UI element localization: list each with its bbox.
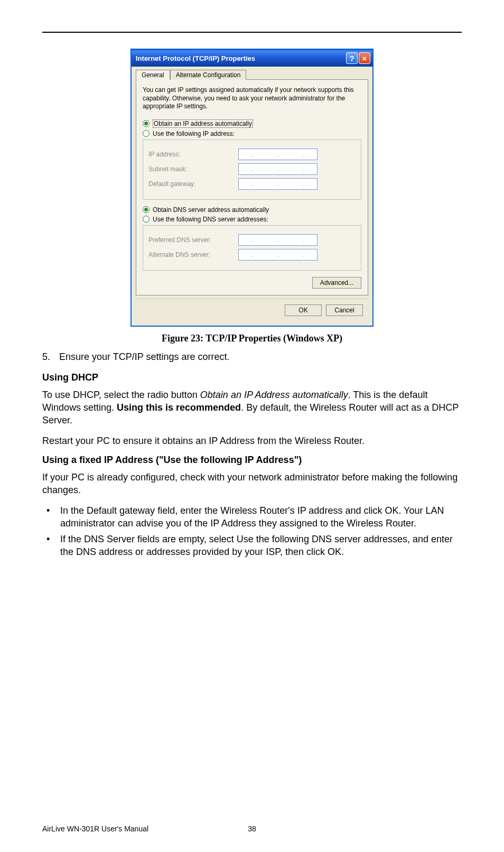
radio-label: Obtain DNS server address automatically bbox=[153, 206, 269, 214]
ip-fieldset: IP address: ... Subnet mask: ... Default… bbox=[143, 140, 361, 200]
input-subnet-mask[interactable]: ... bbox=[238, 163, 318, 175]
text-run: fields are empty, select bbox=[135, 534, 237, 544]
input-preferred-dns[interactable]: ... bbox=[238, 234, 318, 246]
text-italic: OK bbox=[328, 547, 341, 557]
text-run: In the bbox=[60, 505, 87, 516]
radio-icon bbox=[143, 206, 150, 213]
text-italic: Default gateway bbox=[87, 505, 155, 516]
heading-using-dhcp: Using DHCP bbox=[42, 372, 462, 383]
input-ip-address[interactable]: ... bbox=[238, 149, 318, 160]
heading-fixed-ip: Using a fixed IP Address ("Use the follo… bbox=[42, 455, 462, 466]
label-alternate-dns: Alternate DNS server: bbox=[148, 251, 238, 258]
input-default-gateway[interactable]: ... bbox=[238, 178, 318, 190]
input-alternate-dns[interactable]: ... bbox=[238, 249, 318, 261]
footer-page-number: 38 bbox=[236, 825, 268, 833]
text-run: If the bbox=[60, 534, 84, 544]
dialog-body: General Alternate Configuration You can … bbox=[132, 67, 372, 326]
figure-caption: Figure 23: TCP/IP Properties (Windows XP… bbox=[42, 333, 462, 344]
fixed-ip-bullets: In the Default gateway field, enter the … bbox=[42, 504, 462, 559]
list-item-body: If the DNS Server fields are empty, sele… bbox=[60, 533, 462, 559]
radio-icon bbox=[143, 216, 150, 223]
close-button[interactable]: × bbox=[359, 52, 370, 64]
radio-obtain-dns-auto[interactable]: Obtain DNS server address automatically bbox=[143, 206, 361, 214]
label-default-gateway: Default gateway: bbox=[148, 180, 238, 188]
tab-alternate-configuration[interactable]: Alternate Configuration bbox=[170, 70, 247, 80]
dhcp-restart-paragraph: Restart your PC to ensure it obtains an … bbox=[42, 434, 462, 447]
panel-description: You can get IP settings assigned automat… bbox=[143, 86, 361, 111]
text-run: To use DHCP, select the radio button bbox=[42, 390, 200, 400]
list-item-body: In the Default gateway field, enter the … bbox=[60, 504, 462, 530]
text-italic: DNS Server bbox=[84, 534, 135, 544]
advanced-button[interactable]: Advanced... bbox=[312, 277, 361, 289]
tab-general[interactable]: General bbox=[136, 70, 170, 80]
radio-icon bbox=[143, 120, 150, 127]
bullet-icon bbox=[42, 504, 60, 530]
label-preferred-dns: Preferred DNS server: bbox=[148, 236, 238, 244]
step-number: 5. bbox=[42, 351, 59, 363]
radio-use-following-ip[interactable]: Use the following IP address: bbox=[143, 130, 361, 137]
radio-use-following-dns[interactable]: Use the following DNS server addresses: bbox=[143, 216, 361, 223]
label-ip-address: IP address: bbox=[148, 151, 238, 158]
cancel-button[interactable]: Cancel bbox=[326, 304, 363, 316]
step-5: 5. Ensure your TCP/IP settings are corre… bbox=[42, 351, 462, 363]
dialog-title-bar: Internet Protocol (TCP/IP) Properties ? … bbox=[132, 50, 372, 67]
text-italic: Use the following DNS server addresses bbox=[237, 534, 407, 544]
radio-label: Use the following IP address: bbox=[153, 130, 235, 137]
text-run: . bbox=[341, 547, 344, 557]
dialog-title: Internet Protocol (TCP/IP) Properties bbox=[136, 54, 345, 62]
fixed-intro-paragraph: If your PC is already configured, check … bbox=[42, 471, 462, 497]
bullet-icon bbox=[42, 533, 60, 559]
footer-manual-name: AirLive WN-301R User's Manual bbox=[42, 825, 236, 833]
list-item: In the Default gateway field, enter the … bbox=[42, 504, 462, 530]
page-footer: AirLive WN-301R User's Manual 38 bbox=[42, 825, 462, 833]
dialog-footer: OK Cancel bbox=[136, 299, 368, 321]
text-run: field, enter the Wireless Router's IP ad… bbox=[155, 505, 385, 516]
radio-icon bbox=[143, 130, 150, 137]
list-item: If the DNS Server fields are empty, sele… bbox=[42, 533, 462, 559]
general-panel: You can get IP settings assigned automat… bbox=[136, 79, 368, 295]
radio-obtain-ip-auto[interactable]: Obtain an IP address automatically bbox=[143, 119, 361, 128]
radio-label: Obtain an IP address automatically bbox=[153, 119, 253, 128]
screenshot-wrap: Internet Protocol (TCP/IP) Properties ? … bbox=[42, 49, 462, 327]
help-button[interactable]: ? bbox=[346, 52, 358, 64]
tab-strip: General Alternate Configuration bbox=[136, 70, 368, 80]
document-page: Internet Protocol (TCP/IP) Properties ? … bbox=[0, 0, 504, 852]
label-subnet-mask: Subnet mask: bbox=[148, 165, 238, 173]
radio-label: Use the following DNS server addresses: bbox=[153, 216, 268, 223]
text-italic: Obtain an IP Address automatically bbox=[200, 390, 348, 400]
text-bold: Using this is recommended bbox=[117, 402, 241, 413]
ok-button[interactable]: OK bbox=[285, 304, 322, 316]
tcpip-properties-dialog: Internet Protocol (TCP/IP) Properties ? … bbox=[130, 49, 374, 327]
dhcp-paragraph: To use DHCP, select the radio button Obt… bbox=[42, 388, 462, 427]
step-text: Ensure your TCP/IP settings are correct. bbox=[59, 351, 229, 363]
text-italic: OK bbox=[385, 505, 398, 516]
header-rule bbox=[42, 32, 462, 33]
dns-fieldset: Preferred DNS server: ... Alternate DNS … bbox=[143, 225, 361, 271]
